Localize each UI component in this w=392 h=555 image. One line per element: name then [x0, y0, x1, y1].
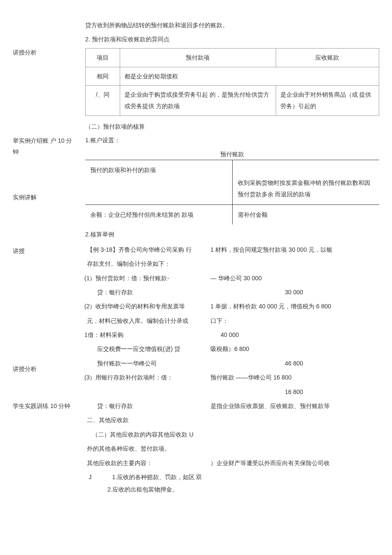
para-credit-side: 贷方收到所购物品结转的预付账款和退回多付的账款。 — [85, 20, 379, 31]
note-3: 实例讲解 — [13, 192, 77, 203]
ex1-dr-r: — 华峰公司 30 000 — [209, 271, 379, 285]
ex3-blank — [85, 385, 209, 399]
ex1-cr-r: 30 000 — [209, 285, 379, 299]
sec2-h: 二、其他应收款 — [85, 413, 209, 427]
comparison-table: 项目 预付款项 应收账款 相同 都是企业的短期债权 /、同 是企业由于购货或接受… — [85, 48, 379, 115]
ex1-cr: 贷：银行存款 — [85, 285, 209, 299]
table-row: 相同 都是企业的短期债权 — [86, 67, 379, 86]
ex3-l: (3）用银行存款补付款项时：借： — [85, 371, 209, 385]
th-receivable: 应收账款 — [276, 49, 379, 67]
sec2-l3: 外的其他各种应收、暂付款项。 — [85, 442, 209, 456]
ex2-dr1-l: 1借：材料采购 — [85, 328, 209, 342]
ex2-dr1-r: 40 000 — [209, 328, 379, 342]
ex2-cr-l: 预付账款一一华峰公司 — [85, 357, 209, 371]
t-debit-bal: 余额：企业已经预付但尚未结算的 款项 — [85, 204, 232, 224]
cell-same-label: 相同 — [86, 67, 120, 86]
example-layout: 【例 3-18】齐鲁公司向华峰公司采购 行 1 材料，按合同规定预付款项 30 … — [85, 243, 379, 497]
ex3-cr-l: 贷：银行存款 — [85, 399, 209, 413]
table-row: /、同 是企业由于购货或接受劳务引起 的，是预先付给供货方或劳务提供 方的款项 … — [86, 86, 379, 115]
cell-diff-prepay: 是企业由于购货或接受劳务引起 的，是预先付给供货方或劳务提供 方的款项 — [120, 86, 276, 115]
sec2-l4: 其他应收款的主要内容： — [85, 456, 209, 470]
j-mark: J — [89, 474, 92, 480]
ex2-cr-r: 46 800 — [209, 357, 379, 371]
para-account-setup: 1.账户设置： — [85, 135, 379, 146]
para-heading-2: 2. 预付款项和应收账款的异同点 — [85, 34, 379, 45]
main-content: 贷方收到所购物品结转的预付账款和退回多付的账款。 2. 预付款项和应收账款的异同… — [85, 17, 379, 497]
t-debit-top: 预付的款项和补付的款项 — [85, 160, 232, 204]
th-prepay: 预付款项 — [120, 49, 276, 67]
t-account: 预付的款项和补付的款项 收到采购货物时按发票金额冲销 的预付账款数和因预付货款多… — [85, 160, 379, 224]
ex1-dr: (1）预付货款时：借：预付账款- — [85, 271, 209, 285]
th-item: 项目 — [86, 49, 120, 67]
t-credit-bal: 需补付金额 — [232, 204, 379, 224]
sec2-l2: （二）其他应收款的内容其他应收款 U — [85, 428, 209, 442]
note-5: 讲授分析 — [13, 363, 77, 375]
note-4: 讲授 — [13, 245, 77, 257]
sec2-r4: ）企业财产等遭受以外而应向有关保险公司收 — [209, 456, 379, 470]
para-sec-2: （二）预付款项的核算 — [85, 121, 379, 132]
table-row: 项目 预付款项 应收账款 — [86, 49, 379, 67]
sec2-items: J 1.应收的各种赔款、罚款，如区 双 2.应收的出租包装物押金。 — [85, 470, 379, 497]
ex3-cr-r: 16 800 — [209, 385, 379, 399]
ex-intro-l: 【例 3-18】齐鲁公司向华峰公司采购 行 — [85, 243, 209, 257]
note-2: 举实例介绍账 户 10 分钟 — [13, 135, 77, 158]
para-example-heading: 2.核算举例 — [85, 229, 379, 240]
t-account-title: 预付账款 — [85, 149, 379, 160]
ex2-dr2-r: 吸税额）6 800 — [209, 342, 379, 356]
ex2-2l: 元，材料已验收入库。编制会计分录或 — [85, 314, 209, 328]
note-6: 学生实践训练 10 分钟 — [13, 400, 77, 412]
sec2-r: 是指企业除应收票据、应收账款、预付账款等 — [209, 399, 379, 413]
ex-intro-2: 存款支付。编制会计分录如下： — [85, 257, 379, 271]
ex2-dr2-l: 应交税费一一应交增值税(进) 贷 — [85, 342, 209, 356]
note-1: 讲授分析 — [13, 47, 77, 58]
cell-diff-receivable: 是企业由于对外销售商品（或 提供劳务）引起的 — [276, 86, 379, 115]
t-credit-top: 收到采购货物时按发票金额冲销 的预付账款数和因预付货款多余 而退回的款项 — [232, 160, 379, 204]
left-margin-notes: 讲授分析 举实例介绍账 户 10 分钟 实例讲解 讲授 讲授分析 学生实践训练 … — [13, 17, 77, 497]
cell-diff-label: /、同 — [86, 86, 120, 115]
ex3-r: 预付账款 ——华峰公司 16 800 — [209, 371, 379, 385]
ex2-l: (2）收到华峰公司的材料和专用发票等 — [85, 299, 209, 313]
cell-same-value: 都是企业的短期债权 — [120, 67, 379, 86]
ex-intro-r: 1 材料，按合同规定预付款项 30 000 元，以银 — [209, 243, 379, 257]
ex2-r: 1 单据，材料价款 40 000 元，增值税为 6 800 — [209, 299, 379, 313]
ex2-2r: 口下： — [209, 314, 379, 328]
